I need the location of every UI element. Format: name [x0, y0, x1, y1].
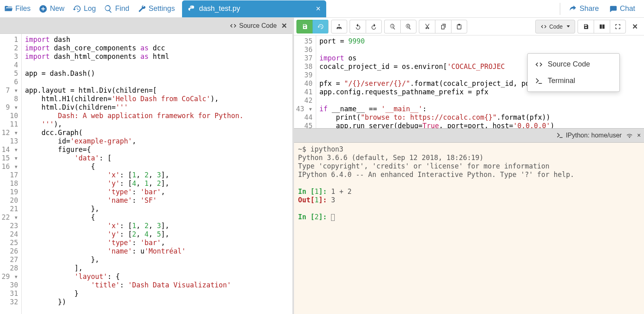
share-button[interactable]: Share [564, 2, 603, 16]
settings-label: Settings [149, 4, 175, 13]
view-type-dropdown: Source Code Terminal [527, 53, 620, 92]
terminal-title: IPython: home/user [556, 132, 622, 139]
dropdown-terminal[interactable]: Terminal [528, 73, 619, 89]
code-dropdown-label: Code [549, 23, 563, 30]
plus-circle-icon [39, 4, 48, 13]
close-right-pane-button[interactable]: × [628, 20, 642, 33]
columns-icon [599, 23, 605, 30]
time-travel-button[interactable] [313, 20, 329, 33]
save-button[interactable] [296, 20, 313, 33]
files-label: Files [15, 4, 31, 13]
save-icon [302, 23, 308, 30]
right-pane: Code × Source Code Terminal 35 36 37 38 … [294, 18, 644, 314]
top-toolbar: Files New Log Find Settings dash_test.py… [0, 0, 644, 18]
left-pane-title: Source Code [230, 22, 277, 29]
zoom-out-icon [389, 23, 396, 30]
new-label: New [50, 4, 64, 13]
find-button[interactable]: Find [100, 2, 133, 16]
left-pane-header: Source Code × [0, 18, 292, 34]
file-tab-label: dash_test.py [199, 4, 240, 13]
code-icon [230, 22, 237, 29]
code-dropdown-button[interactable]: Code [535, 20, 575, 33]
divider [560, 3, 560, 15]
left-gutter: 1 2 3 4 5 6 7 ▾ 8 9 ▾ 10 11 12 ▾ 13 14 ▾… [0, 34, 22, 314]
left-pane-title-text: Source Code [239, 22, 277, 29]
cut-icon [424, 23, 431, 30]
terminal-icon [535, 77, 543, 85]
zoom-in-icon [405, 23, 412, 30]
cut-button[interactable] [419, 20, 435, 33]
dropdown-source-code-label: Source Code [548, 60, 590, 69]
undo-icon [355, 23, 361, 30]
settings-button[interactable]: Settings [133, 2, 179, 16]
dropdown-terminal-label: Terminal [548, 77, 575, 85]
paste-button[interactable] [451, 20, 467, 33]
search-icon [104, 4, 113, 13]
sitemap-button[interactable] [331, 20, 347, 33]
copy-icon [440, 23, 447, 30]
log-button[interactable]: Log [68, 2, 100, 16]
zoom-in-button[interactable] [400, 20, 416, 33]
right-gutter: 35 36 37 38 39 40 41 42 43 ▾ 44 45 [294, 35, 316, 128]
zoom-out-button[interactable] [384, 20, 400, 33]
python-icon [188, 5, 196, 13]
files-button[interactable]: Files [0, 2, 35, 16]
chat-label: Chat [620, 4, 635, 13]
left-editor[interactable]: 1 2 3 4 5 6 7 ▾ 8 9 ▾ 10 11 12 ▾ 13 14 ▾… [0, 34, 292, 314]
wrench-icon [137, 4, 146, 13]
find-label: Find [115, 4, 129, 13]
expand-button[interactable] [610, 20, 626, 33]
save-icon [583, 23, 589, 30]
split-columns-button[interactable] [594, 20, 610, 33]
left-code[interactable]: import dash import dash_core_components … [22, 34, 292, 314]
paste-icon [456, 23, 462, 30]
chat-button[interactable]: Chat [605, 2, 639, 16]
history-icon [317, 23, 324, 30]
redo-icon [371, 23, 377, 30]
save-layout-button[interactable] [578, 20, 594, 33]
code-icon [540, 23, 547, 30]
code-icon [535, 60, 543, 69]
close-tab-icon[interactable]: × [243, 4, 321, 13]
terminal-title-text: IPython: home/user [566, 132, 622, 139]
chat-icon [609, 4, 617, 13]
copy-button[interactable] [435, 20, 451, 33]
main-split: Source Code × 1 2 3 4 5 6 7 ▾ 8 9 ▾ 10 1… [0, 18, 644, 314]
terminal-icon [556, 132, 563, 139]
share-label: Share [580, 4, 599, 13]
sitemap-icon [336, 23, 342, 30]
history-icon [72, 4, 81, 13]
share-icon [568, 4, 577, 13]
wifi-icon [626, 132, 633, 139]
undo-button[interactable] [350, 20, 366, 33]
terminal[interactable]: ~$ ipython3 Python 3.6.6 (default, Sep 1… [294, 143, 644, 314]
new-button[interactable]: New [35, 2, 68, 16]
redo-button[interactable] [366, 20, 382, 33]
expand-icon [615, 23, 621, 30]
folder-open-icon [4, 4, 13, 13]
terminal-header: IPython: home/user × [294, 128, 644, 143]
dropdown-source-code[interactable]: Source Code [528, 56, 619, 73]
close-pane-icon[interactable]: × [279, 21, 289, 31]
file-tab[interactable]: dash_test.py × [182, 0, 326, 17]
left-pane: Source Code × 1 2 3 4 5 6 7 ▾ 8 9 ▾ 10 1… [0, 18, 294, 314]
right-toolbar: Code × [294, 18, 644, 35]
close-terminal-icon[interactable]: × [637, 132, 641, 139]
log-label: Log [84, 4, 96, 13]
